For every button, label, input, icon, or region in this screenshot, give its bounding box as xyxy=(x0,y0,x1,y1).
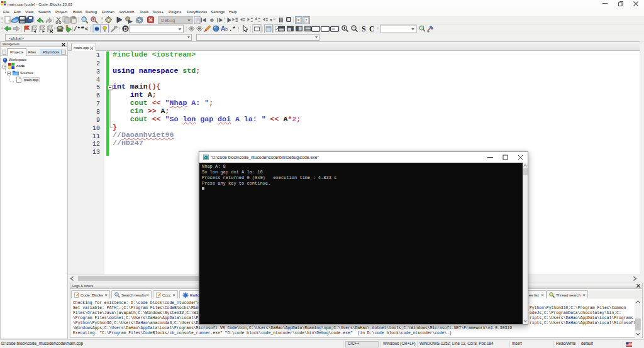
svg-text:7: 7 xyxy=(305,18,308,23)
svg-text:b: b xyxy=(225,27,228,31)
svg-text:C: C xyxy=(369,24,375,33)
svg-text:S: S xyxy=(362,24,366,33)
svg-text:.*: .* xyxy=(229,26,236,33)
svg-text:*<: *< xyxy=(82,26,89,33)
svg-text:Debug: Debug xyxy=(161,18,175,23)
svg-text:D: D xyxy=(124,26,128,32)
